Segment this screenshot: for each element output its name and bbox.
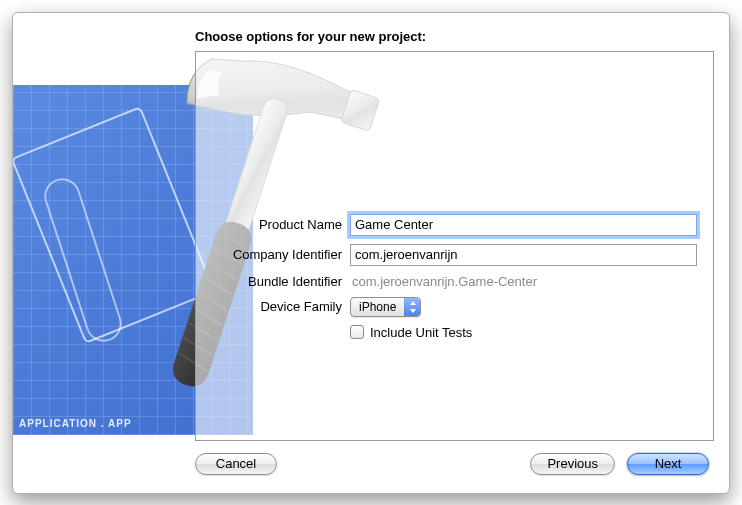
product-name-row: Product Name: [212, 214, 697, 236]
include-unit-tests-label: Include Unit Tests: [370, 325, 472, 340]
page-title: Choose options for your new project:: [195, 29, 426, 44]
company-identifier-row: Company Identifier: [212, 244, 697, 266]
footer-buttons: Cancel Previous Next: [13, 441, 729, 493]
cancel-button[interactable]: Cancel: [195, 453, 277, 475]
device-family-value: iPhone: [351, 300, 404, 314]
bundle-identifier-label: Bundle Identifier: [212, 274, 350, 289]
next-button[interactable]: Next: [627, 453, 709, 475]
product-name-input[interactable]: [350, 214, 697, 236]
blueprint-caption: APPLICATION . APP: [19, 418, 132, 429]
device-family-select[interactable]: iPhone: [350, 297, 421, 317]
include-unit-tests-checkbox[interactable]: [350, 325, 364, 339]
new-project-options-sheet: Choose options for your new project: APP…: [12, 12, 730, 494]
previous-button[interactable]: Previous: [530, 453, 615, 475]
content-area: APPLICATION . APP: [28, 51, 714, 441]
include-unit-tests-row: Include Unit Tests: [350, 325, 697, 340]
company-identifier-label: Company Identifier: [212, 247, 350, 262]
bundle-identifier-value: com.jeroenvanrijn.Game-Center: [350, 274, 537, 289]
form-panel: Product Name Company Identifier Bundle I…: [195, 51, 714, 441]
updown-arrows-icon: [404, 298, 420, 316]
company-identifier-input[interactable]: [350, 244, 697, 266]
product-name-label: Product Name: [212, 217, 350, 232]
device-family-label: Device Family: [212, 299, 350, 314]
project-options-form: Product Name Company Identifier Bundle I…: [212, 214, 697, 340]
device-family-row: Device Family iPhone: [212, 297, 697, 317]
bundle-identifier-row: Bundle Identifier com.jeroenvanrijn.Game…: [212, 274, 697, 289]
